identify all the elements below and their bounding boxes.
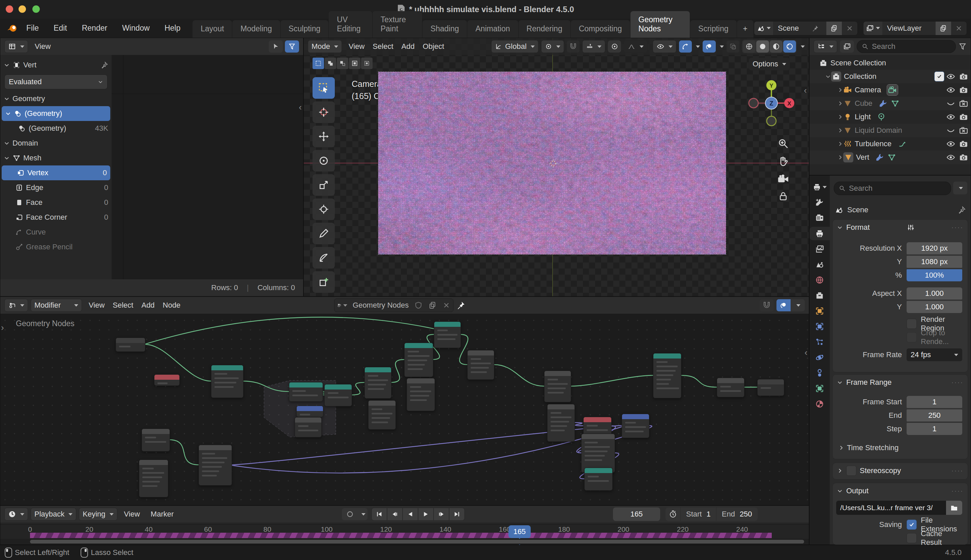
spreadsheet-item-domain[interactable]: Domain	[0, 136, 112, 151]
menu-window[interactable]: Window	[115, 23, 157, 33]
tool-select-box[interactable]	[313, 77, 335, 99]
playhead-current-frame[interactable]: 165	[508, 525, 531, 538]
node-14[interactable]	[547, 404, 575, 442]
render-visibility-icon[interactable]	[959, 153, 968, 162]
shading-wireframe-button[interactable]	[743, 40, 755, 53]
tool-measure[interactable]	[313, 247, 335, 268]
spreadsheet-menu-view[interactable]: View	[31, 42, 55, 51]
stereoscopy-checkbox[interactable]	[846, 466, 856, 476]
menu-render[interactable]: Render	[75, 23, 115, 33]
select-mode-paint[interactable]	[361, 58, 373, 69]
scene-copy-button[interactable]	[826, 22, 842, 35]
viewport-menu-add[interactable]: Add	[398, 42, 419, 51]
hide-eye-icon[interactable]	[946, 153, 955, 162]
overlays-toggle[interactable]	[703, 40, 715, 53]
chevron-down-icon[interactable]	[5, 110, 11, 117]
outliner-collapse-arrow[interactable]: ‹	[804, 85, 807, 96]
outliner-row-scene-collection[interactable]: Scene Collection	[809, 56, 971, 70]
tool-cursor[interactable]	[313, 102, 335, 123]
node-tree-type-dropdown[interactable]: Modifier	[31, 299, 82, 312]
jump-end-button[interactable]	[450, 508, 464, 520]
aspect-y-field[interactable]: 1.000	[907, 301, 962, 313]
editor-type-button[interactable]	[4, 40, 28, 53]
node-7[interactable]	[364, 367, 391, 398]
collection-icon[interactable]	[819, 58, 828, 67]
viewlayer-name-field[interactable]: ViewLayer	[882, 24, 936, 33]
frame-end-field[interactable]: 250	[907, 409, 962, 422]
timeline-menu-marker[interactable]: Marker	[147, 510, 178, 518]
spreadsheet-item-vertex[interactable]: Vertex0	[2, 165, 110, 180]
blender-logo-icon[interactable]	[5, 23, 19, 34]
breadcrumb-scene[interactable]: Scene	[847, 205, 868, 214]
orientation-dropdown[interactable]: Global	[491, 40, 538, 53]
node-17[interactable]	[581, 433, 615, 473]
timeline-ruler[interactable]: 020406080100120140160180200220240165	[0, 524, 809, 540]
gizmos-dropdown[interactable]	[696, 45, 700, 48]
render-visibility-icon[interactable]	[959, 72, 968, 81]
gizmos-toggle[interactable]	[679, 40, 692, 53]
outliner-search[interactable]: Search	[857, 40, 956, 53]
node-menu-select[interactable]: Select	[109, 301, 137, 310]
shading-solid-button[interactable]	[756, 40, 769, 53]
jump-start-button[interactable]	[372, 508, 387, 520]
outliner-row-turbulence[interactable]: Turbulence	[809, 137, 971, 151]
chevron-right-icon[interactable]	[837, 154, 843, 160]
node-menu-add[interactable]: Add	[137, 301, 159, 310]
scene-browse-button[interactable]	[754, 22, 773, 35]
node-tree-name[interactable]: Geometry Nodes	[350, 301, 411, 310]
select-mode-tweak[interactable]	[313, 58, 324, 69]
frame-step-field[interactable]: 1	[907, 423, 962, 435]
play-reverse-button[interactable]	[403, 508, 418, 520]
play-button[interactable]	[418, 508, 433, 520]
spreadsheet-object-row[interactable]: Vert	[0, 58, 112, 72]
tool-rotate[interactable]	[313, 150, 335, 172]
tab-scripting[interactable]: Scripting	[690, 20, 737, 38]
properties-tab-material[interactable]	[809, 397, 830, 411]
render-visibility-icon[interactable]	[959, 86, 968, 94]
tab-sculpting[interactable]: Sculpting	[281, 20, 329, 38]
outliner-row-light[interactable]: Light	[809, 110, 971, 124]
spreadsheet-item-grease-pencil[interactable]: Grease Pencil	[0, 240, 112, 254]
node-24[interactable]	[139, 460, 168, 497]
menu-help[interactable]: Help	[157, 23, 188, 33]
select-mode-lasso[interactable]	[349, 58, 360, 69]
node-overlays-dropdown[interactable]	[791, 299, 805, 311]
lightdata-icon[interactable]	[877, 113, 886, 121]
pin-icon[interactable]	[101, 61, 108, 69]
panel-grip[interactable]: ····	[951, 467, 964, 474]
mesh-icon[interactable]	[843, 126, 852, 135]
chevron-down-icon[interactable]	[4, 140, 10, 146]
pin-icon[interactable]	[958, 206, 966, 214]
render-visibility-icon[interactable]	[959, 140, 968, 148]
pin-icon[interactable]	[456, 300, 466, 310]
hide-eye-icon[interactable]	[946, 113, 955, 121]
node-sidebar-expand-arrow[interactable]: ›	[1, 322, 4, 333]
wrench-icon[interactable]	[875, 153, 884, 162]
properties-editor-type-button[interactable]	[809, 180, 830, 194]
spreadsheet-item-face[interactable]: Face0	[0, 195, 112, 210]
chevron-right-icon[interactable]	[837, 114, 843, 120]
outliner-row-camera[interactable]: Camera	[809, 83, 971, 97]
node-9[interactable]	[404, 343, 433, 377]
chevron-down-icon[interactable]	[4, 155, 10, 161]
mode-dropdown[interactable]: Mode	[308, 40, 342, 53]
tab-layout[interactable]: Layout	[192, 20, 232, 38]
render-visibility-icon[interactable]	[959, 126, 968, 135]
node-16[interactable]	[622, 414, 649, 438]
outliner-row-vert[interactable]: Vert	[809, 151, 971, 164]
resolution-y-field[interactable]: 1080 px	[907, 256, 962, 268]
fake-user-shield-icon[interactable]	[411, 301, 426, 309]
properties-tab-tool[interactable]	[809, 196, 830, 209]
editor-type-button[interactable]	[4, 508, 28, 521]
properties-tab-render[interactable]	[809, 211, 830, 225]
hide-eye-icon[interactable]	[946, 72, 955, 81]
tab-compositing[interactable]: Compositing	[571, 20, 630, 38]
falloff-dropdown[interactable]	[624, 40, 647, 53]
presets-sliders-icon[interactable]	[907, 223, 915, 232]
cameraobj-icon[interactable]	[843, 86, 852, 94]
outliner-display-mode-button[interactable]	[840, 40, 854, 53]
frame-start-field[interactable]: 1	[907, 396, 962, 408]
node-22[interactable]	[142, 428, 170, 452]
node-15[interactable]	[583, 417, 612, 435]
hidden-eye-icon[interactable]	[946, 126, 955, 135]
